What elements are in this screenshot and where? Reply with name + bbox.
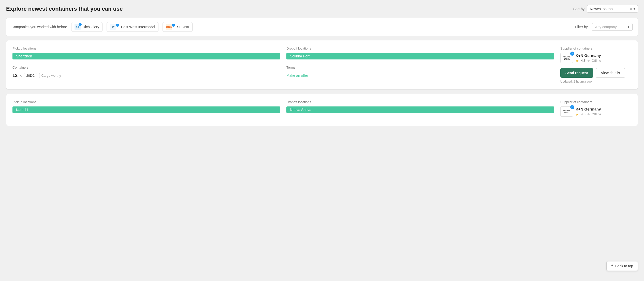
star-icon-1: ★ xyxy=(576,112,579,116)
rating-value-1: 4.8 xyxy=(581,112,586,116)
offline-dot-1 xyxy=(588,113,590,115)
company-chip-sedna[interactable]: SEDNA ✓ SEDNA xyxy=(163,22,193,32)
supplier-section-1: Supplier of containers KUEHNENAGEL ✓ K+N… xyxy=(560,100,632,120)
company-name-sedna: SEDNA xyxy=(177,25,189,29)
supplier-verified-icon-1: ✓ xyxy=(570,105,574,109)
supplier-label: Supplier of containers xyxy=(560,46,592,50)
supplier-header-1: KUEHNENAGEL ✓ K+N Germany ★ 4.8 Offline xyxy=(560,106,601,117)
company-chip-east-west[interactable]: EW ✓ East West Intermodal xyxy=(107,22,158,32)
company-logo-sedna: SEDNA xyxy=(166,24,172,30)
pickup-section: Pickup locations Shenzhen xyxy=(12,46,280,59)
offline-text-1: Offline xyxy=(592,112,601,116)
make-offer-link[interactable]: Make an offer xyxy=(286,73,554,77)
supplier-name: K+N Germany xyxy=(576,53,601,58)
rating-value: 4.8 xyxy=(581,59,586,63)
dropoff-label: Dropoff locations xyxy=(286,46,554,50)
container-type-badge: 20DC xyxy=(24,73,37,78)
rating-row-1: ★ 4.8 Offline xyxy=(576,112,601,116)
supplier-info-1: K+N Germany ★ 4.8 Offline xyxy=(576,107,601,116)
offline-dot xyxy=(588,60,590,62)
supplier-verified-icon: ✓ xyxy=(570,52,574,56)
sort-select[interactable]: Newest on top × ▾ xyxy=(587,5,638,13)
supplier-logo-container-1: KUEHNENAGEL ✓ xyxy=(560,106,573,117)
company-chip-rich-glory[interactable]: RG ✓ Rich Glory xyxy=(71,22,103,32)
send-request-button[interactable]: Send request xyxy=(560,68,593,78)
pickup-label: Pickup locations xyxy=(12,46,280,50)
companies-label: Companies you worked with before xyxy=(11,25,67,29)
supplier-header: KUEHNENAGEL ✓ K+N Germany ★ 4.8 Offline xyxy=(560,53,601,63)
container-condition-badge: Cargo worthy xyxy=(39,73,63,78)
containers-label: Containers xyxy=(12,66,280,69)
company-logo-rich-glory: RG ✓ xyxy=(75,24,81,30)
sort-selected-value: Newest on top xyxy=(590,7,630,11)
filter-bar: Companies you worked with before RG ✓ Ri… xyxy=(6,18,638,36)
pickup-section-1: Pickup locations Karachi xyxy=(12,100,280,113)
pickup-tag-1: Karachi xyxy=(12,106,280,113)
verified-badge-sedna: ✓ xyxy=(172,24,175,27)
dropoff-tag: Sokhna Port xyxy=(286,53,554,59)
filter-company-select[interactable]: Any company ▾ xyxy=(592,23,633,31)
offline-text: Offline xyxy=(592,59,601,63)
company-name-rich-glory: Rich Glory xyxy=(83,25,99,29)
pickup-tag: Shenzhen xyxy=(12,53,280,59)
sort-chevron-icon: ▾ xyxy=(634,7,635,11)
listing-card-1: Pickup locations Karachi Dropoff locatio… xyxy=(6,94,638,126)
pickup-label-1: Pickup locations xyxy=(12,100,280,104)
page-header: Explore newest containers that you can u… xyxy=(6,5,638,13)
listing-card-0: Pickup locations Shenzhen Containers 12 … xyxy=(6,40,638,90)
containers-row: 12 × 20DC Cargo worthy xyxy=(12,73,280,78)
terms-label: Terms xyxy=(286,66,554,69)
supplier-label-1: Supplier of containers xyxy=(560,100,592,104)
dropoff-tag-1: Nhava Sheva xyxy=(286,106,554,113)
card-actions: Send request View details xyxy=(560,68,625,78)
verified-badge-east-west: ✓ xyxy=(116,24,119,27)
star-icon: ★ xyxy=(576,59,579,63)
containers-section: Containers 12 × 20DC Cargo worthy xyxy=(12,66,280,78)
company-name-east-west: East West Intermodal xyxy=(121,25,155,29)
supplier-logo-container: KUEHNENAGEL ✓ xyxy=(560,53,573,63)
filter-placeholder: Any company xyxy=(595,25,626,29)
updated-text: Updated: 2 hour(s) ago xyxy=(560,80,592,83)
view-details-button[interactable]: View details xyxy=(596,68,625,78)
sort-wrapper: Sort by Newest on top × ▾ xyxy=(573,5,638,13)
terms-section: Terms Make an offer xyxy=(286,66,554,77)
sort-by-label: Sort by xyxy=(573,7,584,11)
sort-clear-icon[interactable]: × xyxy=(630,7,632,11)
dropoff-label-1: Dropoff locations xyxy=(286,100,554,104)
verified-badge-rich-glory: ✓ xyxy=(79,23,82,26)
supplier-section-0: Supplier of containers KUEHNENAGEL ✓ K+N… xyxy=(560,46,632,83)
dropoff-section-1: Dropoff locations Nhava Sheva xyxy=(286,100,554,113)
containers-count: 12 xyxy=(12,73,18,78)
filter-by-label: Filter by xyxy=(575,25,588,29)
rating-row: ★ 4.8 Offline xyxy=(576,59,601,63)
page-title: Explore newest containers that you can u… xyxy=(6,6,123,12)
filter-chevron-icon: ▾ xyxy=(628,25,629,29)
supplier-name-1: K+N Germany xyxy=(576,107,601,111)
dropoff-section: Dropoff locations Sokhna Port xyxy=(286,46,554,59)
company-logo-east-west: EW xyxy=(110,24,116,30)
containers-times: × xyxy=(20,73,22,78)
supplier-info: K+N Germany ★ 4.8 Offline xyxy=(576,53,601,63)
